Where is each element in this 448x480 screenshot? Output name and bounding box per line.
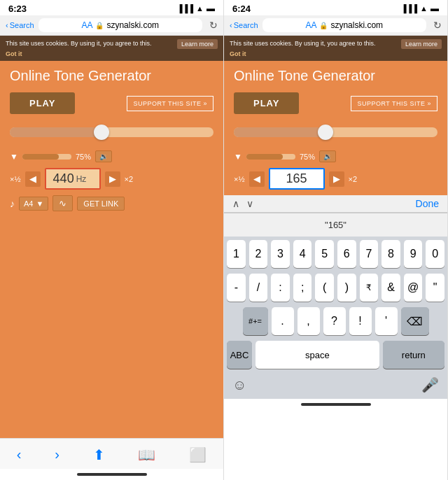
- volume-pct-left: 75%: [76, 153, 91, 161]
- key-at[interactable]: @: [404, 274, 423, 302]
- aa-label-right[interactable]: AA: [305, 20, 316, 30]
- key-space[interactable]: space: [255, 341, 379, 369]
- page-title-right: Online Tone Generator: [234, 68, 438, 84]
- key-colon[interactable]: :: [271, 274, 290, 302]
- buttons-row-left: PLAY SUPPORT THIS SITE »: [10, 92, 214, 114]
- wave-button-left[interactable]: ∿: [52, 195, 73, 211]
- freq-slider-left[interactable]: [10, 122, 214, 142]
- slider-thumb-left[interactable]: [94, 125, 109, 140]
- mic-key[interactable]: 🎤: [419, 374, 442, 396]
- home-bar-left: [77, 473, 147, 476]
- slider-track-left: [10, 127, 214, 137]
- key-abc[interactable]: ABC: [227, 341, 252, 369]
- key-period[interactable]: .: [272, 307, 294, 335]
- key-6[interactable]: 6: [337, 240, 356, 268]
- key-exclaim[interactable]: !: [349, 307, 372, 335]
- emoji-key[interactable]: ☺: [230, 374, 249, 396]
- key-comma[interactable]: ,: [298, 307, 320, 335]
- support-button-left[interactable]: SUPPORT THIS SITE »: [127, 96, 214, 111]
- key-apostrophe[interactable]: ': [375, 307, 398, 335]
- freq-up-button-left[interactable]: ▶: [105, 171, 120, 187]
- back-label-left: Search: [10, 21, 34, 29]
- get-link-button-left[interactable]: GET LINK: [77, 197, 125, 211]
- got-it-right[interactable]: Got it: [230, 50, 246, 57]
- freq-display-right[interactable]: 165: [269, 168, 325, 190]
- key-0[interactable]: 0: [426, 240, 444, 268]
- key-quote[interactable]: ": [426, 274, 444, 302]
- nav-forward-left[interactable]: ›: [55, 446, 59, 463]
- url-text-left: szynalski.com: [106, 20, 159, 30]
- keyboard-row-2: - / : ; ( ) ₹ & @ ": [224, 270, 447, 304]
- key-1[interactable]: 1: [227, 240, 246, 268]
- key-2[interactable]: 2: [249, 240, 268, 268]
- key-close-paren[interactable]: ): [337, 274, 356, 302]
- key-open-paren[interactable]: (: [315, 274, 334, 302]
- key-ampersand[interactable]: &: [382, 274, 400, 302]
- time-left: 6:23: [8, 3, 27, 14]
- key-hashplus[interactable]: #+=: [243, 307, 268, 335]
- nav-back-left[interactable]: ‹: [17, 446, 22, 463]
- key-rupee[interactable]: ₹: [360, 274, 379, 302]
- reload-button-left[interactable]: ↻: [209, 20, 218, 31]
- nav-share-left[interactable]: ⬆: [93, 446, 105, 463]
- key-slash[interactable]: /: [249, 274, 268, 302]
- key-9[interactable]: 9: [404, 240, 423, 268]
- freq-slider-right[interactable]: [234, 122, 438, 142]
- browser-bar-right: ‹ Search AA 🔒 szynalski.com ↻: [224, 15, 447, 36]
- learn-more-button-left[interactable]: Learn more: [177, 39, 218, 49]
- status-bar-right: 6:24 ▐▐▐ ▲ ▬: [224, 0, 447, 15]
- key-question[interactable]: ?: [323, 307, 346, 335]
- key-return[interactable]: return: [383, 341, 444, 369]
- hz-label-left: Hz: [76, 174, 87, 184]
- note-select-left[interactable]: A4 ▼: [19, 197, 48, 211]
- freq-double-left: ×2: [125, 175, 134, 183]
- slider-track-right: [234, 127, 438, 137]
- time-right: 6:24: [232, 3, 251, 14]
- done-button[interactable]: Done: [416, 198, 439, 209]
- learn-more-button-right[interactable]: Learn more: [401, 39, 442, 49]
- keyboard-bottom: ☺ 🎤: [224, 371, 447, 399]
- freq-row-left: ×½ ◀ 440 Hz ▶ ×2: [10, 168, 214, 190]
- arrow-down-icon[interactable]: ∨: [246, 198, 253, 209]
- url-bar-left[interactable]: AA 🔒 szynalski.com: [38, 18, 202, 32]
- got-it-left[interactable]: Got it: [6, 50, 22, 57]
- suggestion-word[interactable]: "165": [232, 218, 439, 232]
- volume-row-right: ▼ 75% 🔉: [234, 150, 438, 162]
- play-button-left[interactable]: PLAY: [10, 92, 75, 114]
- key-3[interactable]: 3: [271, 240, 290, 268]
- freq-display-left[interactable]: 440 Hz: [45, 168, 101, 190]
- aa-label-left[interactable]: AA: [81, 20, 92, 30]
- volume-pct-right: 75%: [300, 153, 315, 161]
- note-row-left: ♪ A4 ▼ ∿ GET LINK: [10, 195, 214, 211]
- back-chevron-left: ‹: [6, 21, 8, 29]
- key-semicolon[interactable]: ;: [293, 274, 312, 302]
- key-dash[interactable]: -: [227, 274, 246, 302]
- nav-tabs-left[interactable]: ⬜: [189, 446, 206, 463]
- freq-half-left: ×½: [10, 175, 21, 183]
- key-4[interactable]: 4: [293, 240, 312, 268]
- nav-bookmarks-left[interactable]: 📖: [138, 446, 155, 463]
- play-button-right[interactable]: PLAY: [234, 92, 299, 114]
- key-5[interactable]: 5: [315, 240, 334, 268]
- speaker-icon-right[interactable]: 🔉: [319, 150, 336, 162]
- back-button-right[interactable]: ‹ Search: [230, 21, 258, 29]
- freq-down-button-left[interactable]: ◀: [25, 171, 41, 187]
- arrow-up-icon[interactable]: ∧: [232, 198, 239, 209]
- freq-up-button-right[interactable]: ▶: [329, 171, 344, 187]
- slider-thumb-right[interactable]: [318, 125, 333, 140]
- url-bar-right[interactable]: AA 🔒 szynalski.com: [262, 18, 426, 32]
- page-title-left: Online Tone Generator: [10, 68, 214, 84]
- battery-icon-right: ▬: [430, 3, 439, 13]
- volume-slider-left[interactable]: [22, 154, 71, 160]
- speaker-icon-left[interactable]: 🔉: [95, 150, 112, 162]
- wifi-icon: ▲: [196, 4, 204, 13]
- support-button-right[interactable]: SUPPORT THIS SITE »: [351, 96, 438, 111]
- key-7[interactable]: 7: [360, 240, 379, 268]
- key-8[interactable]: 8: [382, 240, 400, 268]
- volume-slider-right[interactable]: [246, 154, 295, 160]
- reload-button-right[interactable]: ↻: [433, 20, 442, 31]
- back-button-left[interactable]: ‹ Search: [6, 21, 34, 29]
- delete-key[interactable]: ⌫: [401, 307, 429, 335]
- input-toolbar: ∧ ∨ Done: [224, 195, 447, 213]
- freq-down-button-right[interactable]: ◀: [249, 171, 265, 187]
